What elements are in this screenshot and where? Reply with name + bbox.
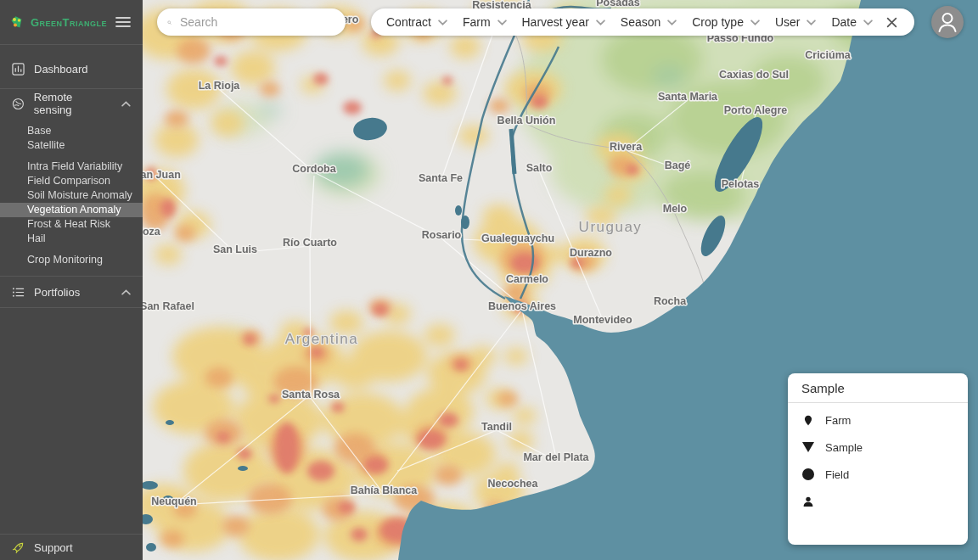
- map-label-posadas: Posadas: [596, 0, 639, 8]
- legend-item-person: [801, 493, 954, 510]
- map-label-bag: Bagé: [665, 160, 691, 171]
- filter-farm[interactable]: Farm: [463, 15, 507, 29]
- map-label-crici-ma: Criciúma: [805, 49, 852, 61]
- chevron-down-icon: [667, 20, 677, 25]
- map-label-cordoba: Cordoba: [292, 163, 336, 175]
- map-label-uruguay: Uruguay: [579, 219, 643, 235]
- map-label-rosario: Rosario: [422, 229, 462, 241]
- user-icon: [801, 495, 815, 508]
- clear-filters-button[interactable]: [885, 15, 899, 30]
- map-label-melo: Melo: [663, 203, 688, 215]
- brand-logo-icon: [10, 9, 24, 35]
- sidebar-item-field-comparison[interactable]: Field Comparison: [0, 174, 143, 188]
- map-label-rocha: Rocha: [654, 295, 687, 307]
- app-root: ArgentinaUruguay ResistenciaPosadasSanti…: [0, 0, 978, 560]
- brand-name: GreenTriangle: [31, 16, 107, 29]
- map-label-santa-rosa: Santa Rosa: [282, 389, 340, 400]
- sidebar-item-label: Support: [34, 541, 73, 554]
- chevron-down-icon: [596, 20, 605, 25]
- filter-season[interactable]: Season: [621, 15, 677, 29]
- filter-bar: ContractFarmHarvest yearSeasonCrop typeU…: [371, 8, 914, 36]
- map-label-santa-maria: Santa Maria: [658, 91, 718, 103]
- map-label-durazno: Durazno: [570, 247, 612, 259]
- sidebar-section-remote-sensing[interactable]: Remote sensing: [0, 89, 143, 118]
- sidebar-item-base[interactable]: Base: [0, 124, 143, 138]
- sidebar-item-support[interactable]: Support: [0, 534, 143, 560]
- map-label-san-rafael: San Rafael: [143, 300, 194, 312]
- chevron-down-icon: [438, 20, 447, 25]
- sidebar-section-label: Remote sensing: [34, 91, 112, 116]
- filter-label: Contract: [386, 15, 431, 29]
- avatar[interactable]: [931, 6, 964, 38]
- legend-item-label: Field: [825, 468, 849, 481]
- hamburger-icon: [115, 16, 131, 28]
- rocket-icon: [12, 541, 25, 554]
- sidebar-section-label: Portfolios: [34, 286, 80, 299]
- map-area: ArgentinaUruguay ResistenciaPosadasSanti…: [143, 0, 978, 560]
- dashboard-icon: [12, 63, 25, 76]
- sidebar-item-soil-moisture-anomaly[interactable]: Soil Moisture Anomaly: [0, 188, 143, 203]
- remote-sensing-icon: [12, 98, 25, 110]
- map-label-buenos-aires: Buenos Aires: [488, 300, 556, 312]
- legend-item-farm: Farm: [801, 412, 954, 428]
- search-input[interactable]: [178, 14, 335, 30]
- sidebar-header: GreenTriangle: [0, 0, 143, 45]
- filter-harvest-year[interactable]: Harvest year: [522, 15, 605, 29]
- map-label-gualeguaychu: Gualeguaychu: [481, 232, 554, 244]
- filter-label: Crop type: [692, 15, 744, 29]
- legend-item-sample: Sample: [801, 439, 954, 456]
- map-label-montevideo: Montevideo: [573, 314, 632, 326]
- legend-title: Sample: [788, 373, 968, 403]
- menu-toggle-button[interactable]: [114, 14, 132, 30]
- chevron-down-icon: [497, 20, 507, 25]
- map-label-la-rioja: La Rioja: [199, 80, 241, 92]
- legend-item-label: Farm: [825, 414, 851, 427]
- search-icon: [167, 16, 171, 29]
- map-label-bah-a-blanca: Bahía Blanca: [351, 484, 419, 496]
- close-icon: [886, 17, 897, 28]
- sample-triangle-icon: [802, 442, 814, 452]
- map-label-r-o-cuarto: Río Cuarto: [283, 237, 337, 249]
- filter-label: Date: [831, 15, 857, 29]
- sidebar-item-vegetation-anomaly[interactable]: Vegetation Anomaly: [0, 203, 143, 217]
- legend-card: Sample FarmSampleField: [788, 373, 968, 545]
- legend-item-label: Sample: [825, 441, 863, 454]
- map-label-san-juan: San Juan: [143, 169, 181, 181]
- sidebar-item-crop-monitoring[interactable]: Crop Monitoring: [0, 253, 143, 267]
- filter-crop-type[interactable]: Crop type: [692, 15, 760, 29]
- map-label-mendoza: Mendoza: [143, 226, 161, 238]
- filter-user[interactable]: User: [775, 15, 817, 29]
- legend-item-field: Field: [801, 466, 954, 483]
- sidebar-item-frost-heat-risk[interactable]: Frost & Heat Risk: [0, 217, 143, 232]
- sidebar-item-hail[interactable]: Hail: [0, 232, 143, 246]
- sidebar-section-portfolios[interactable]: Portfolios: [0, 277, 143, 308]
- filter-contract[interactable]: Contract: [386, 15, 447, 29]
- chevron-down-icon: [807, 20, 816, 25]
- user-icon: [931, 6, 964, 38]
- filter-label: Harvest year: [522, 15, 589, 29]
- map-label-neuqu-n: Neuquén: [151, 496, 196, 507]
- map-label-carmelo: Carmelo: [506, 273, 548, 285]
- map-label-san-luis: San Luis: [213, 244, 257, 255]
- map-label-bella-uni-n: Bella Unión: [497, 115, 556, 126]
- sidebar-item-intra-field-variability[interactable]: Intra Field Variability: [0, 160, 143, 174]
- filter-date[interactable]: Date: [831, 15, 873, 29]
- field-circle-icon: [802, 468, 814, 480]
- sidebar-item-label: Dashboard: [34, 63, 88, 76]
- sidebar-item-satellite[interactable]: Satellite: [0, 138, 143, 153]
- filter-label: User: [775, 15, 801, 29]
- chevron-down-icon: [863, 20, 873, 25]
- map-label-necochea: Necochea: [487, 478, 538, 490]
- filter-label: Farm: [463, 15, 491, 29]
- map-label-mar-del-plata: Mar del Plata: [523, 451, 589, 463]
- filter-label: Season: [621, 15, 660, 29]
- map-label-argentina: Argentina: [285, 331, 358, 347]
- search-bar[interactable]: [157, 8, 346, 36]
- chevron-down-icon: [750, 20, 760, 25]
- sidebar-item-dashboard[interactable]: Dashboard: [0, 56, 143, 81]
- chevron-up-icon: [121, 101, 131, 107]
- farm-pin-icon: [802, 414, 814, 427]
- chevron-up-icon: [121, 289, 131, 295]
- map-label-porto-alegre: Porto Alegre: [724, 104, 788, 116]
- sidebar: GreenTriangle Dashboard Remote sensing B…: [0, 0, 143, 560]
